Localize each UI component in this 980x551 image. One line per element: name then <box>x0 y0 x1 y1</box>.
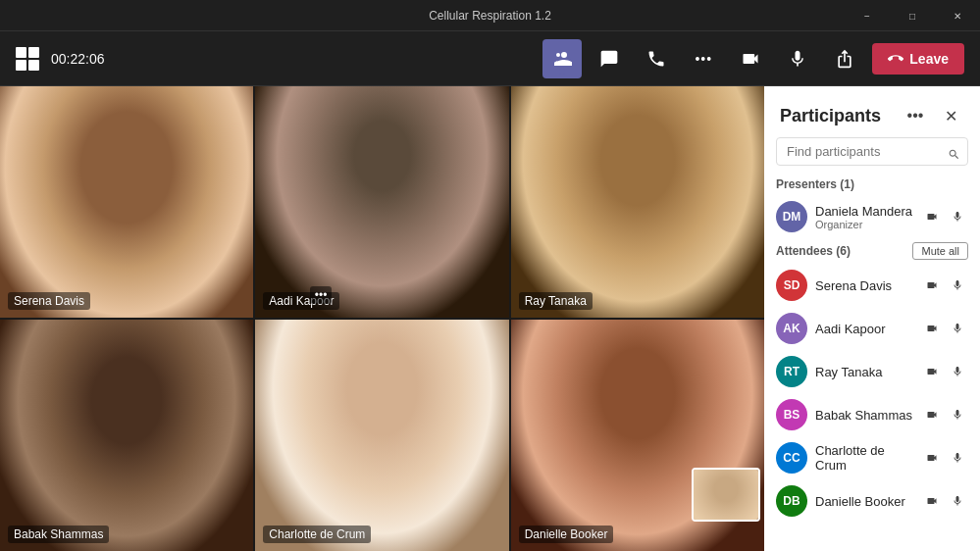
toolbar-center: ••• Leave <box>542 39 964 78</box>
participant-name-charlotte: Charlotte de Crum <box>815 443 913 473</box>
participant-camera-daniela[interactable] <box>921 206 943 227</box>
tile-label-danielle: Danielle Booker <box>519 526 614 543</box>
participant-name-ray: Ray Tanaka <box>815 365 913 379</box>
participant-controls-aadi <box>921 318 968 339</box>
avatar-aadi: AK <box>776 313 807 344</box>
people-icon-button[interactable] <box>542 39 582 78</box>
find-participants-input[interactable] <box>776 137 968 166</box>
presenters-section-header: Presenters (1) <box>764 174 980 195</box>
participant-name-serena: Serena Davis <box>815 278 913 293</box>
participant-item-babak[interactable]: BS Babak Shammas <box>764 393 980 436</box>
participant-name-danielle: Danielle Booker <box>815 494 913 509</box>
participant-item-daniela[interactable]: DM Daniela Mandera Organizer <box>764 195 980 238</box>
tile-label-charlotte: Charlotte de Crum <box>263 526 371 543</box>
participant-camera-aadi[interactable] <box>921 318 943 339</box>
main-content: Serena Davis Aadi Kapoor ••• Mute <box>0 86 980 551</box>
camera-button[interactable] <box>731 39 770 78</box>
chat-icon-button[interactable] <box>590 39 629 78</box>
participant-controls-ray <box>921 361 968 382</box>
participant-info-ray: Ray Tanaka <box>815 365 913 379</box>
participants-list: Presenters (1) DM Daniela Mandera Organi… <box>764 174 980 551</box>
toolbar: 00:22:06 ••• <box>0 31 980 86</box>
maximize-button[interactable]: □ <box>890 0 935 31</box>
mic-button[interactable] <box>778 39 817 78</box>
attendees-section-header: Attendees (6) Mute all <box>764 238 980 264</box>
participant-camera-serena[interactable] <box>921 275 943 296</box>
participant-info-serena: Serena Davis <box>815 278 913 293</box>
panel-header-icons: ••• ✕ <box>902 102 964 129</box>
participant-name-aadi: Aadi Kapoor <box>815 322 913 336</box>
video-tile-babak: Babak Shammas <box>0 320 253 551</box>
avatar-babak: BS <box>776 399 807 430</box>
leave-button[interactable]: Leave <box>872 43 964 75</box>
participant-info-charlotte: Charlotte de Crum <box>815 443 913 473</box>
participant-controls-danielle <box>921 490 968 512</box>
avatar-ray: RT <box>776 356 807 387</box>
tile-more-button-aadi[interactable]: ••• <box>310 286 333 304</box>
app-grid-icon[interactable] <box>16 47 39 71</box>
participant-mic-charlotte[interactable] <box>947 447 968 469</box>
panel-title: Participants <box>780 106 881 126</box>
avatar-danielle: DB <box>776 485 807 517</box>
tile-label-serena: Serena Davis <box>8 292 90 310</box>
tile-label-ray: Ray Tanaka <box>519 292 593 310</box>
participant-item-ray[interactable]: RT Ray Tanaka <box>764 350 980 393</box>
self-view-overlay <box>692 468 760 522</box>
panel-more-button[interactable]: ••• <box>902 102 929 129</box>
window-controls: − □ ✕ <box>845 0 980 31</box>
participant-item-aadi[interactable]: AK Aadi Kapoor <box>764 307 980 350</box>
call-timer: 00:22:06 <box>51 51 105 67</box>
participants-panel: Participants ••• ✕ Presenters (1) DM <box>764 86 980 551</box>
participant-mic-babak[interactable] <box>947 404 968 426</box>
participant-info-babak: Babak Shammas <box>815 408 913 423</box>
participant-camera-babak[interactable] <box>921 404 943 426</box>
participant-mic-danielle[interactable] <box>947 490 968 512</box>
mute-all-button[interactable]: Mute all <box>912 242 968 260</box>
video-tile-aadi: Aadi Kapoor ••• Mute <box>255 86 508 318</box>
participant-info-aadi: Aadi Kapoor <box>815 322 913 336</box>
participant-item-charlotte[interactable]: CC Charlotte de Crum <box>764 436 980 479</box>
share-button[interactable] <box>825 39 864 78</box>
participant-camera-charlotte[interactable] <box>921 447 943 469</box>
toolbar-left: 00:22:06 <box>16 47 542 71</box>
participant-item-serena[interactable]: SD Serena Davis <box>764 264 980 307</box>
avatar-daniela: DM <box>776 201 807 232</box>
participant-controls-serena <box>921 275 968 296</box>
avatar-serena: SD <box>776 270 807 301</box>
search-container <box>764 137 980 174</box>
participant-camera-ray[interactable] <box>921 361 943 382</box>
participant-role-daniela: Organizer <box>815 219 913 230</box>
window-title: Cellular Respiration 1.2 <box>429 9 551 23</box>
panel-close-button[interactable]: ✕ <box>937 102 964 129</box>
participant-info-danielle: Danielle Booker <box>815 494 913 509</box>
participant-camera-danielle[interactable] <box>921 490 943 512</box>
participant-mic-aadi[interactable] <box>947 318 968 339</box>
video-grid: Serena Davis Aadi Kapoor ••• Mute <box>0 86 764 551</box>
more-options-button[interactable]: ••• <box>684 39 723 78</box>
participant-name-daniela: Daniela Mandera <box>815 204 913 219</box>
participant-mic-serena[interactable] <box>947 275 968 296</box>
search-icon <box>948 148 960 164</box>
avatar-charlotte: CC <box>776 442 807 474</box>
video-tile-danielle: Danielle Booker <box>511 320 764 551</box>
video-tile-serena: Serena Davis <box>0 86 253 318</box>
participant-item-danielle[interactable]: DB Danielle Booker <box>764 479 980 523</box>
participant-mic-ray[interactable] <box>947 361 968 382</box>
panel-header: Participants ••• ✕ <box>764 86 980 137</box>
minimize-button[interactable]: − <box>845 0 890 31</box>
video-tile-charlotte: Charlotte de Crum <box>255 320 508 551</box>
participant-controls-daniela <box>921 206 968 227</box>
video-tile-ray: Ray Tanaka <box>511 86 764 318</box>
title-bar: Cellular Respiration 1.2 − □ ✕ <box>0 0 980 31</box>
phone-icon-button[interactable] <box>637 39 676 78</box>
participant-controls-babak <box>921 404 968 426</box>
participant-info-daniela: Daniela Mandera Organizer <box>815 204 913 230</box>
participant-mic-daniela[interactable] <box>947 206 968 227</box>
close-button[interactable]: ✕ <box>935 0 980 31</box>
participant-controls-charlotte <box>921 447 968 469</box>
tile-label-aadi: Aadi Kapoor ••• <box>263 292 339 310</box>
participant-name-babak: Babak Shammas <box>815 408 913 423</box>
tile-label-babak: Babak Shammas <box>8 526 109 543</box>
